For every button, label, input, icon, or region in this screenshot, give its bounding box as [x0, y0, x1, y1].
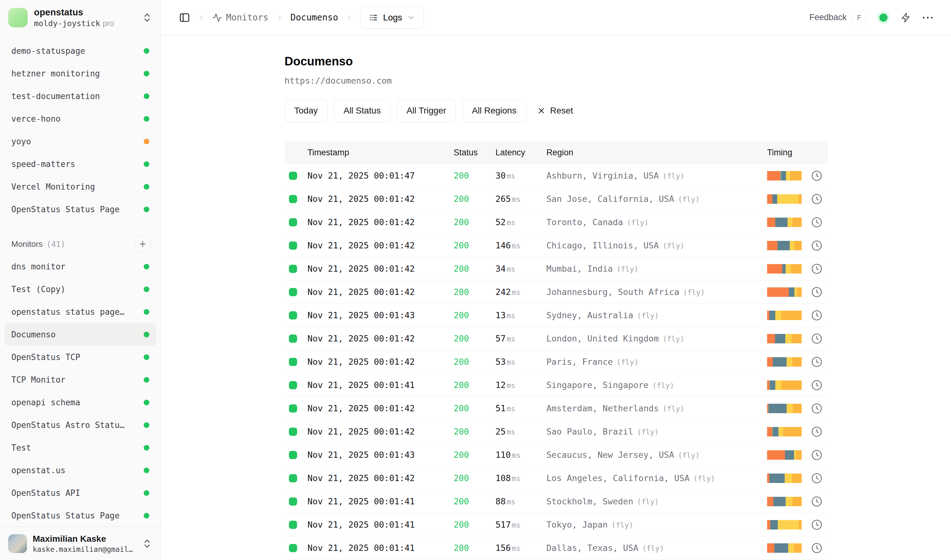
request-details-button[interactable]: [811, 216, 823, 228]
table-row[interactable]: Nov 21, 2025 00:01:42 200 51ms Amsterdam…: [285, 397, 828, 420]
table-row[interactable]: Nov 21, 2025 00:01:43 200 13ms Sydney, A…: [285, 304, 828, 327]
cell-timestamp: Nov 21, 2025 00:01:42: [308, 217, 454, 227]
cell-latency: 12ms: [496, 380, 546, 390]
table-row[interactable]: Nov 21, 2025 00:01:41 200 156ms Dallas, …: [285, 537, 828, 560]
request-details-button[interactable]: [811, 449, 823, 461]
request-details-button[interactable]: [811, 170, 823, 182]
cell-region: Toronto, Canada(fly): [546, 217, 767, 227]
table-row[interactable]: Nov 21, 2025 00:01:42 200 108ms Los Ange…: [285, 467, 828, 490]
timing-segment-dns: [767, 171, 780, 180]
request-details-button[interactable]: [811, 309, 823, 322]
breadcrumb-monitor-name[interactable]: Documenso: [291, 12, 338, 23]
table-row[interactable]: Nov 21, 2025 00:01:41 200 88ms Stockholm…: [285, 490, 828, 513]
table-row[interactable]: Nov 21, 2025 00:01:42 200 52ms Toronto, …: [285, 211, 828, 234]
table-row[interactable]: Nov 21, 2025 00:01:42 200 265ms San Jose…: [285, 188, 828, 211]
request-details-button[interactable]: [811, 542, 823, 554]
sidebar-item-label: test-documentation: [11, 91, 100, 101]
filter-all-status[interactable]: All Status: [334, 99, 391, 122]
timing-segment-dns: [767, 474, 769, 483]
sidebar-page-demo-statuspage[interactable]: demo-statuspage: [5, 40, 156, 62]
cell-latency: 34ms: [496, 264, 546, 274]
sidebar-item-label: Test (Copy): [11, 285, 65, 294]
request-details-button[interactable]: [811, 193, 823, 205]
clock-icon: [811, 170, 823, 182]
timing-segment-tls: [782, 171, 786, 180]
cell-timestamp: Nov 21, 2025 00:01:43: [308, 450, 454, 460]
sidebar-page-speed-matters[interactable]: speed-matters: [5, 153, 156, 175]
breadcrumb-monitors[interactable]: Monitors: [212, 12, 268, 23]
cell-timestamp: Nov 21, 2025 00:01:42: [308, 427, 454, 437]
table-row[interactable]: Nov 21, 2025 00:01:41 200 12ms Singapore…: [285, 374, 828, 397]
timing-bar: [767, 543, 802, 553]
sidebar-monitor-test-copy-[interactable]: Test (Copy): [5, 278, 156, 301]
sidebar-toggle-button[interactable]: [179, 12, 190, 23]
sidebar-monitor-openapi-schema[interactable]: openapi schema: [5, 391, 156, 414]
request-details-button[interactable]: [811, 286, 823, 298]
timing-segment-transfer: [793, 404, 802, 413]
table-row[interactable]: Nov 21, 2025 00:01:42 200 25ms Sao Paulo…: [285, 420, 828, 443]
request-details-button[interactable]: [811, 472, 823, 484]
cell-status: 200: [454, 310, 496, 320]
sidebar-page-yoyo[interactable]: yoyo: [5, 130, 156, 153]
feedback-button[interactable]: Feedback: [809, 12, 846, 22]
table-row[interactable]: Nov 21, 2025 00:01:42 200 146ms Chicago,…: [285, 234, 828, 257]
sidebar-page-hetzner-monitoring[interactable]: hetzner monitoring: [5, 62, 156, 85]
sidebar-monitor-openstatus-tcp[interactable]: OpenStatus TCP: [5, 346, 156, 369]
table-row[interactable]: Nov 21, 2025 00:01:42 200 34ms Mumbai, I…: [285, 257, 828, 280]
sidebar-page-openstatus-status-page[interactable]: OpenStatus Status Page: [5, 198, 156, 221]
cell-timing: [767, 542, 828, 554]
request-details-button[interactable]: [811, 379, 823, 391]
request-details-button[interactable]: [811, 495, 823, 508]
sidebar-item-label: TCP Monitor: [11, 375, 65, 385]
sidebar-monitor-dns-monitor[interactable]: dns monitor: [5, 255, 156, 278]
cell-latency: 52ms: [496, 217, 546, 227]
workspace-switcher[interactable]: openstatus moldy-joystickpro: [0, 0, 161, 35]
view-switcher-logs[interactable]: Logs: [360, 6, 424, 29]
table-row[interactable]: Nov 21, 2025 00:01:43 200 110ms Secaucus…: [285, 443, 828, 467]
cell-timing: [767, 426, 828, 438]
sidebar-monitor-openstatus-astro-statu-[interactable]: OpenStatus Astro Statu…: [5, 414, 156, 437]
cell-timing: [767, 309, 828, 322]
sidebar-monitor-openstatus-status-page[interactable]: OpenStatus Status Page: [5, 505, 156, 527]
table-row[interactable]: Nov 21, 2025 00:01:47 200 30ms Ashburn, …: [285, 164, 828, 188]
system-status-indicator[interactable]: [879, 14, 888, 22]
request-details-button[interactable]: [811, 333, 823, 345]
table-row[interactable]: Nov 21, 2025 00:01:42 200 57ms London, U…: [285, 327, 828, 350]
sidebar-monitor-tcp-monitor[interactable]: TCP Monitor: [5, 369, 156, 391]
user-menu[interactable]: Maximilian Kaske kaske.maximilian@gmail…: [0, 527, 161, 560]
timing-bar: [767, 241, 802, 250]
request-details-button[interactable]: [811, 426, 823, 438]
clock-icon: [811, 333, 823, 345]
sidebar-page-test-documentation[interactable]: test-documentation: [5, 85, 156, 108]
table-row[interactable]: Nov 21, 2025 00:01:42 200 242ms Johannes…: [285, 280, 828, 304]
status-dot: [144, 422, 149, 428]
add-monitor-button[interactable]: [134, 235, 151, 252]
cell-region: Singapore, Singapore(fly): [546, 380, 767, 390]
sidebar-monitor-openstatus-api[interactable]: OpenStatus API: [5, 482, 156, 505]
chevron-right-icon: [345, 14, 353, 22]
filter-all-trigger[interactable]: All Trigger: [397, 99, 456, 122]
sidebar-monitor-openstat-us[interactable]: openstat.us: [5, 459, 156, 482]
timing-segment-transfer: [796, 450, 802, 460]
command-button[interactable]: [901, 12, 911, 23]
sidebar-monitor-test[interactable]: Test: [5, 437, 156, 459]
request-details-button[interactable]: [811, 356, 823, 368]
request-details-button[interactable]: [811, 263, 823, 275]
sidebar-page-verce-hono[interactable]: verce-hono: [5, 108, 156, 130]
table-row[interactable]: Nov 21, 2025 00:01:42 200 53ms Paris, Fr…: [285, 350, 828, 374]
request-details-button[interactable]: [811, 240, 823, 252]
status-ok-square: [289, 335, 297, 343]
timing-bar: [767, 194, 802, 204]
sidebar-page-vercel-monitoring[interactable]: Vercel Monitoring: [5, 175, 156, 198]
filter-today[interactable]: Today: [285, 99, 328, 122]
more-menu-button[interactable]: [922, 16, 933, 19]
request-details-button[interactable]: [811, 403, 823, 414]
timing-bar: [767, 474, 802, 483]
filter-all-regions[interactable]: All Regions: [462, 99, 526, 122]
table-row[interactable]: Nov 21, 2025 00:01:41 200 517ms Tokyo, J…: [285, 513, 828, 537]
sidebar-monitor-documenso[interactable]: Documenso: [5, 323, 156, 346]
request-details-button[interactable]: [811, 519, 823, 531]
sidebar-monitor-openstatus-status-page-[interactable]: openstatus status page…: [5, 301, 156, 323]
reset-filters-button[interactable]: Reset: [537, 106, 573, 116]
clock-icon: [811, 216, 823, 228]
